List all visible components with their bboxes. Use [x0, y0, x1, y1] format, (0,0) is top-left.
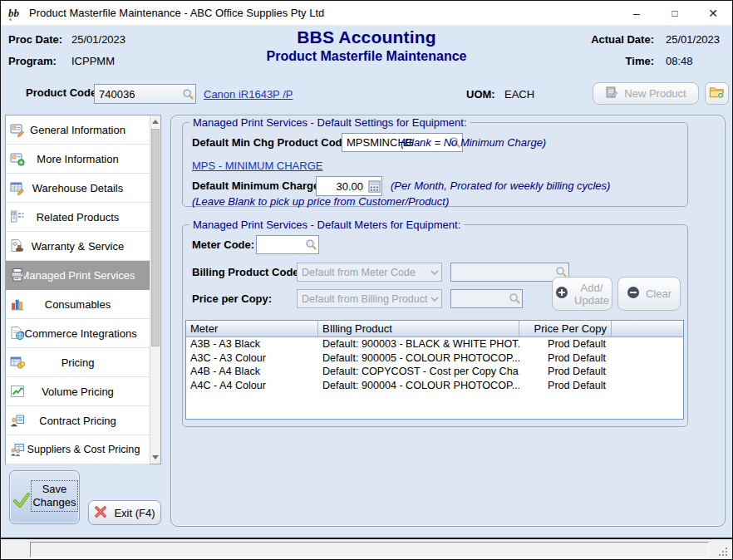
scroll-up-icon[interactable]: [150, 115, 160, 128]
proc-date-value: 25/01/2023: [71, 33, 125, 46]
sidebar-item-consumables[interactable]: Consumables: [6, 290, 150, 319]
minus-circle-icon: [627, 286, 640, 302]
actual-date-label: Actual Date:: [591, 29, 654, 51]
billing-product-code-input[interactable]: [450, 263, 569, 282]
default-meters-group-title: Managed Print Services - Default Meters …: [189, 219, 464, 231]
warranty-stamp-icon: [10, 238, 25, 253]
sidebar-item-suppliers-cost-pricing[interactable]: Suppliers & Cost Pricing: [6, 435, 150, 464]
sidebar-item-volume-pricing[interactable]: Volume Pricing: [6, 377, 150, 406]
id-card-edit-icon: [10, 122, 25, 137]
add-update-button[interactable]: Add/ Update: [552, 277, 612, 311]
sidebar-item-general-information[interactable]: General Information: [6, 115, 150, 145]
red-x-icon: [94, 505, 107, 521]
default-settings-group-title: Managed Print Services - Default Setting…: [189, 116, 470, 129]
price-per-copy-label: Price per Copy:: [192, 292, 272, 305]
product-bar: Product Code: Canon iR1643P /P UOM: EACH…: [1, 79, 732, 107]
billing-product-dropdown[interactable]: Default from Meter Code: [297, 263, 442, 282]
save-label-line2: Changes: [32, 496, 77, 509]
min-chg-product-link[interactable]: MPS - MINIMUM CHARGE: [192, 160, 322, 172]
new-product-icon: [605, 86, 618, 101]
chevron-down-icon: [430, 267, 439, 278]
save-changes-button[interactable]: Save Changes: [9, 470, 80, 524]
table-row[interactable]: A3B - A3 Black Default: 900003 - BLACK &…: [186, 337, 683, 351]
price-per-copy-dropdown[interactable]: Default from Billing Product: [297, 289, 442, 308]
sidebar-item-label: Contract Pricing: [39, 415, 116, 427]
program-value: ICPPMM: [71, 55, 115, 67]
product-description-link[interactable]: Canon iR1643P /P: [204, 88, 293, 101]
meter-cell: A4B - A4 Black: [186, 365, 318, 379]
window-controls: – □ ✕: [617, 1, 732, 25]
column-header-meter[interactable]: Meter: [186, 321, 318, 336]
scrollbar-thumb[interactable]: [151, 129, 160, 346]
product-code-label: Product Code:: [26, 86, 101, 99]
close-button[interactable]: ✕: [694, 1, 732, 25]
billing-cell: Default: 900004 - COLOUR PHOTOCOP...: [318, 379, 519, 393]
app-title: BBS Accounting: [167, 27, 566, 47]
proc-date-label: Proc Date:: [8, 29, 71, 51]
app-icon: bbs: [7, 5, 24, 22]
billing-product-code-label: Billing Product Code:: [192, 266, 303, 278]
sidebar-item-ecommerce-integrations[interactable]: eCommerce Integrations: [6, 319, 150, 348]
min-chg-hint: (Blank = No Minimum Charge): [401, 136, 546, 149]
meters-table-header: Meter BIlling Product Price Per Copy: [186, 321, 683, 337]
sidebar-item-related-products[interactable]: Related Products: [6, 203, 150, 232]
price-cell: Prod Default: [519, 337, 612, 351]
clear-label: Clear: [646, 287, 672, 300]
sidebar-scrollbar[interactable]: [150, 115, 160, 464]
time-label: Time:: [626, 51, 654, 72]
column-header-billing-product[interactable]: BIlling Product: [318, 321, 519, 336]
min-chg-product-code-label: Default Min Chg Product Code:: [192, 136, 352, 149]
product-code-field: [94, 84, 196, 104]
printer-icon: [10, 268, 25, 282]
table-row[interactable]: A4C - A4 Colour Default: 900004 - COLOUR…: [186, 379, 683, 393]
suppliers-icon: [10, 442, 25, 457]
price-cell: Prod Default: [519, 365, 612, 379]
sidebar-item-label: Pricing: [61, 356, 95, 369]
blank-price-hint: (Leave Blank to pick up price from Custo…: [192, 195, 449, 208]
sidebar-item-label: Consumables: [45, 298, 111, 311]
sidebar-item-warehouse-details[interactable]: Warehouse Details: [6, 174, 150, 203]
table-row[interactable]: A4B - A4 Black Default: COPYCOST - Cost …: [186, 365, 683, 379]
sidebar-item-label: Suppliers & Cost Pricing: [27, 444, 140, 455]
price-per-copy-search-icon[interactable]: [508, 292, 521, 306]
sidebar-item-pricing[interactable]: Pricing: [6, 348, 150, 377]
meter-code-search-icon[interactable]: [304, 238, 317, 252]
table-row[interactable]: A3C - A3 Colour Default: 900005 - COLOUR…: [186, 351, 683, 366]
column-header-price-per-copy[interactable]: Price Per Copy: [519, 321, 612, 336]
clear-button[interactable]: Clear: [617, 277, 681, 311]
growth-chart-icon: [10, 384, 25, 399]
status-bar: [1, 539, 732, 559]
sidebar-list: General Information More Information War…: [6, 115, 150, 464]
product-code-search-icon[interactable]: [181, 87, 194, 101]
sidebar-item-label: Managed Print Services: [20, 269, 135, 282]
maximize-button[interactable]: □: [656, 1, 694, 25]
new-product-button[interactable]: New Product: [593, 82, 699, 105]
sidebar-item-warranty-service[interactable]: Warranty & Service: [6, 232, 150, 261]
billing-product-code-field: [450, 263, 569, 282]
sidebar-item-more-information[interactable]: More Information: [6, 145, 150, 174]
billing-cell: Default: 900003 - BLACK & WHITE PHOT...: [318, 337, 519, 351]
new-product-label: New Product: [624, 87, 686, 100]
add-update-label-line1: Add/: [574, 282, 609, 294]
scroll-down-icon[interactable]: [150, 451, 160, 464]
sidebar-item-label: Volume Pricing: [42, 386, 114, 398]
exit-button[interactable]: Exit (F4): [88, 500, 161, 525]
green-check-icon: [12, 491, 31, 509]
calculator-icon[interactable]: [367, 179, 381, 193]
uom-value: EACH: [504, 88, 534, 101]
actual-date-value: 25/01/2023: [666, 29, 724, 51]
sidebar-item-label: General Information: [30, 124, 125, 136]
minimize-button[interactable]: –: [617, 1, 656, 25]
open-product-folder-button[interactable]: [705, 82, 729, 105]
price-cell: Prod Default: [519, 379, 612, 393]
titlebar: bbs Product Masterfile Maintenance - ABC…: [1, 1, 732, 26]
time-value: 08:48: [666, 51, 724, 72]
sidebar-item-contract-pricing[interactable]: Contract Pricing: [6, 406, 150, 435]
main-panel: Managed Print Services - Default Setting…: [170, 115, 726, 527]
sidebar-item-managed-print-services[interactable]: Managed Print Services: [6, 261, 150, 290]
app-window: bbs Product Masterfile Maintenance - ABC…: [0, 0, 733, 560]
resize-grip[interactable]: [719, 546, 729, 556]
uom-label: UOM:: [466, 88, 495, 101]
billing-cell: Default: 900005 - COLOUR PHOTOCOP...: [318, 351, 519, 366]
price-per-copy-dropdown-value: Default from Billing Product: [302, 293, 427, 305]
